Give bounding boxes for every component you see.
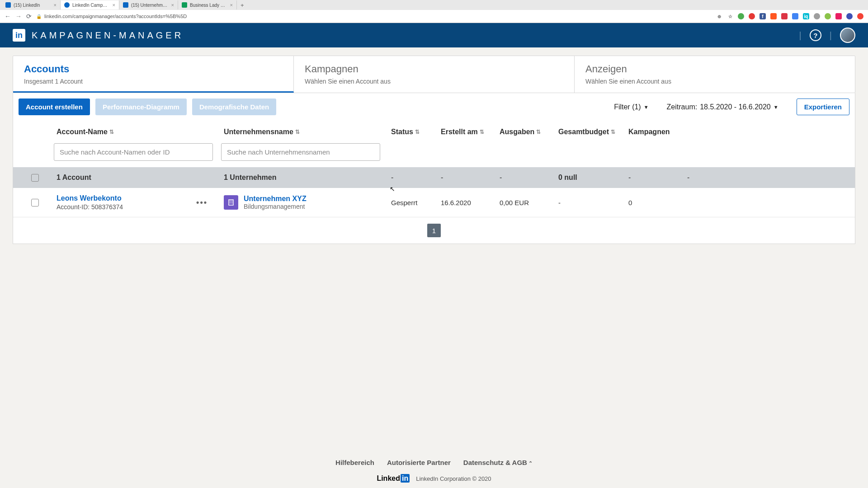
tab-subtitle: Wählen Sie einen Account aus (305, 78, 563, 85)
address-bar: ← → ⟳ 🔒 linkedin.com/campaignmanager/acc… (0, 10, 868, 23)
tab-title: (15) Unternehmen XYZ: Admin (131, 3, 169, 8)
url-text: linkedin.com/campaignmanager/accounts?ac… (44, 14, 187, 19)
col-spend[interactable]: Ausgaben⇅ (497, 128, 556, 136)
close-icon[interactable]: × (230, 2, 233, 8)
ext-icon[interactable] (814, 13, 820, 19)
footer: Hilfebereich Autorisierte Partner Datens… (0, 459, 868, 483)
lock-icon: 🔒 (36, 14, 42, 19)
sort-icon: ⇅ (611, 129, 615, 135)
create-account-button[interactable]: Account erstellen (19, 99, 90, 115)
svg-rect-3 (230, 202, 231, 203)
summary-row: 1 Account 1 Unternehmen - - - 0 null - - (13, 167, 855, 188)
ext-icon[interactable] (825, 13, 831, 19)
ext-icon[interactable]: iq (803, 13, 809, 19)
browser-tab[interactable]: Business Lady Woman - Free × (178, 0, 237, 9)
tab-strip: (15) LinkedIn × LinkedIn Campaign Manage… (0, 0, 868, 10)
ext-icon[interactable] (846, 13, 853, 19)
avatar[interactable] (840, 28, 855, 43)
star-icon[interactable]: ☆ (727, 13, 733, 19)
export-button[interactable]: Exportieren (797, 99, 849, 115)
col-account-name[interactable]: Account-Name⇅ (54, 128, 221, 136)
col-created[interactable]: Erstellt am⇅ (438, 128, 497, 136)
ext-icon[interactable] (738, 13, 744, 19)
tab-campaigns[interactable]: Kampagnen Wählen Sie einen Account aus (294, 56, 575, 93)
table-header: Account-Name⇅ Unternehmensname⇅ Status⇅ … (13, 121, 855, 140)
partners-link[interactable]: Autorisierte Partner (387, 459, 451, 466)
summary-accounts: 1 Account (54, 174, 221, 182)
sort-icon: ⇅ (415, 129, 420, 135)
linkedin-logo-icon[interactable]: in (13, 29, 25, 42)
row-created: 16.6.2020 (438, 199, 497, 206)
tab-title: Accounts (24, 63, 283, 75)
daterange-dropdown[interactable]: Zeitraum: 18.5.2020 - 16.6.2020 ▼ (667, 103, 778, 111)
tab-subtitle: Wählen Sie einen Account aus (585, 78, 844, 85)
summary-campaigns: - (626, 174, 684, 182)
daterange-value: 18.5.2020 - 16.6.2020 (700, 103, 771, 111)
app-title: KAMPAGNEN-MANAGER (32, 30, 184, 41)
tab-ads[interactable]: Anzeigen Wählen Sie einen Account aus (575, 56, 855, 93)
ext-icon[interactable] (781, 13, 788, 19)
col-budget[interactable]: Gesamtbudget⇅ (556, 128, 626, 136)
filter-dropdown[interactable]: Filter (1) ▼ (614, 103, 648, 111)
tab-accounts[interactable]: Accounts Insgesamt 1 Account (13, 56, 294, 93)
ext-icon[interactable] (749, 13, 755, 19)
forward-button[interactable]: → (15, 13, 22, 20)
ext-icon[interactable]: f (760, 13, 766, 19)
copyright-text: LinkedIn Corporation © 2020 (416, 475, 491, 482)
browser-chrome: (15) LinkedIn × LinkedIn Campaign Manage… (0, 0, 868, 23)
divider: | (799, 30, 802, 41)
favicon-icon (182, 2, 187, 8)
col-status[interactable]: Status⇅ (388, 128, 438, 136)
new-tab-button[interactable]: + (237, 2, 248, 9)
back-button[interactable]: ← (5, 13, 11, 20)
help-icon[interactable]: ? (810, 29, 821, 41)
account-search-input[interactable] (54, 143, 213, 161)
zoom-icon[interactable]: ⊕ (716, 13, 722, 19)
divider: | (830, 30, 832, 41)
more-actions-icon[interactable]: ••• (196, 198, 208, 207)
summary-last: - (684, 174, 734, 182)
svg-rect-2 (231, 201, 232, 202)
company-name-link[interactable]: Unternehmen XYZ (244, 195, 307, 203)
row-checkbox[interactable] (31, 199, 39, 206)
help-link[interactable]: Hilfebereich (335, 459, 374, 466)
ext-icon[interactable] (792, 13, 798, 19)
data-table: Account-Name⇅ Unternehmensname⇅ Status⇅ … (13, 121, 855, 244)
col-company-name[interactable]: Unternehmensname⇅ (221, 128, 388, 136)
header-actions: | ? | (799, 28, 855, 43)
ext-icon[interactable] (835, 13, 842, 19)
tab-subtitle: Insgesamt 1 Account (24, 78, 283, 85)
favicon-icon (123, 2, 128, 8)
app-header: in KAMPAGNEN-MANAGER | ? | (0, 23, 868, 47)
sort-icon: ⇅ (295, 129, 300, 135)
breadcrumb-tabs: Accounts Insgesamt 1 Account Kampagnen W… (13, 56, 855, 93)
close-icon[interactable]: × (113, 2, 115, 8)
page-1-button[interactable]: 1 (427, 224, 441, 237)
footer-copyright: Linkedin LinkedIn Corporation © 2020 (0, 474, 868, 483)
col-campaigns[interactable]: Kampagnen (626, 128, 684, 136)
browser-tab[interactable]: LinkedIn Campaign Manager × (61, 0, 119, 9)
browser-tab[interactable]: (15) Unternehmen XYZ: Admin × (119, 0, 178, 9)
extension-icons: ⊕ ☆ f iq (716, 13, 863, 19)
privacy-link[interactable]: Datenschutz & AGB⌃ (463, 459, 533, 466)
summary-created: - (438, 174, 497, 182)
account-name-link[interactable]: Leons Werbekonto (57, 194, 123, 202)
table-row: Leons Werbekonto Account-ID: 508376374 •… (13, 188, 855, 217)
ext-icon[interactable] (770, 13, 777, 19)
tab-title: Business Lady Woman - Free (190, 3, 227, 8)
chevron-down-icon: ▼ (774, 104, 778, 110)
chevron-up-icon: ⌃ (528, 460, 533, 466)
favicon-icon (5, 2, 11, 8)
row-spend: 0,00 EUR (497, 199, 556, 206)
cursor-icon: ↖ (390, 185, 395, 192)
select-all-checkbox[interactable] (31, 174, 39, 182)
browser-tab[interactable]: (15) LinkedIn × (2, 0, 61, 9)
close-icon[interactable]: × (54, 2, 57, 8)
reload-button[interactable]: ⟳ (26, 13, 32, 20)
ext-icon[interactable] (857, 13, 863, 19)
url-field[interactable]: 🔒 linkedin.com/campaignmanager/accounts?… (36, 14, 712, 19)
close-icon[interactable]: × (171, 2, 174, 8)
summary-budget: 0 null (556, 174, 626, 182)
demographic-data-button: Demografische Daten (192, 99, 276, 115)
company-search-input[interactable] (221, 143, 380, 161)
